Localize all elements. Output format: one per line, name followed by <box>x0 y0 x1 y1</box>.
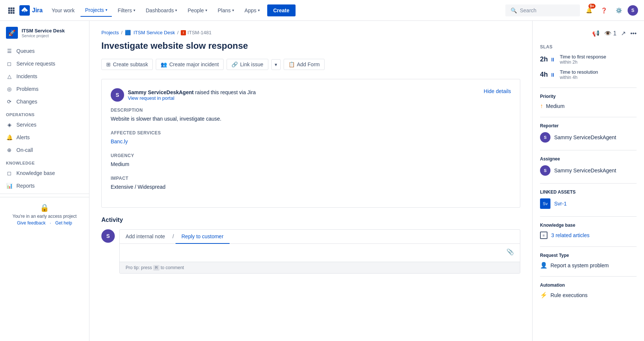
sla-time-first: 2h ⏸ <box>540 55 555 63</box>
dashboards-chevron-icon: ▾ <box>175 8 177 12</box>
nav-plans[interactable]: Plans ▾ <box>213 4 239 16</box>
share-icon[interactable]: ↗ <box>621 30 626 37</box>
linked-assets-section: LINKED ASSETS Sv Svr-1 <box>540 183 637 209</box>
sidebar-project-header: 🚀 ITSM Service Desk Service project <box>0 21 89 42</box>
urgency-label: Urgency <box>111 153 511 158</box>
sidebar-item-queues[interactable]: ☰ Queues <box>0 45 89 57</box>
sidebar-item-label: Knowledge base <box>16 170 55 176</box>
asset-name[interactable]: Svr-1 <box>554 201 566 207</box>
urgency-section: Urgency Medium <box>111 153 511 168</box>
sidebar-item-service-requests[interactable]: ◻ Service requests <box>0 57 89 70</box>
sidebar-item-alerts[interactable]: 🔔 Alerts <box>0 131 89 144</box>
queues-icon: ☰ <box>6 48 13 54</box>
more-options-icon[interactable]: ••• <box>630 30 637 37</box>
jira-logo[interactable]: Jira <box>19 5 42 16</box>
sidebar-item-problems[interactable]: ◎ Problems <box>0 83 89 95</box>
svg-rect-0 <box>8 7 10 9</box>
create-button[interactable]: Create <box>267 4 296 16</box>
assignee-section: Assignee S Sammy ServiceDeskAgent <box>540 150 637 176</box>
sidebar-item-reports[interactable]: 📊 Reports <box>0 179 89 192</box>
project-icon: 🚀 <box>6 27 18 39</box>
sidebar-footer: 🔒 You're in an early access project Give… <box>0 197 89 232</box>
user-avatar[interactable]: S <box>628 5 638 16</box>
search-box[interactable]: 🔍 Search <box>505 4 580 16</box>
assignee-title: Assignee <box>540 156 637 162</box>
activity-user-avatar: S <box>101 229 115 243</box>
hide-details-button[interactable]: Hide details <box>484 88 511 94</box>
add-form-button[interactable]: 📋 Add Form <box>284 59 325 70</box>
nav-projects[interactable]: Projects ▾ <box>80 4 112 17</box>
svg-rect-8 <box>13 12 15 14</box>
activity-tip: Pro tip: press M to comment <box>120 262 520 273</box>
reporter-name: Sammy ServiceDeskAgent <box>554 134 616 140</box>
svg-rect-7 <box>10 12 12 14</box>
apps-chevron-icon: ▾ <box>258 8 260 12</box>
attach-icon[interactable]: 📎 <box>506 248 514 255</box>
sidebar-item-changes[interactable]: ⟳ Changes <box>0 95 89 108</box>
apps-grid-icon[interactable] <box>6 5 16 16</box>
major-incident-icon: 👥 <box>161 61 167 67</box>
filters-chevron-icon: ▾ <box>133 8 135 12</box>
create-subtask-button[interactable]: ⊞ Create subtask <box>101 59 153 70</box>
svg-rect-6 <box>8 12 10 14</box>
search-icon: 🔍 <box>511 7 517 13</box>
sidebar-item-knowledge-base[interactable]: ◻ Knowledge base <box>0 167 89 179</box>
create-subtask-icon: ⊞ <box>106 61 111 67</box>
breadcrumb-projects[interactable]: Projects <box>101 30 119 35</box>
sla-section: SLAs 2h ⏸ Time to first response within … <box>540 44 637 80</box>
kb-articles-link[interactable]: 3 related articles <box>551 232 590 238</box>
footer-links: Give feedback · Get help <box>6 220 83 226</box>
kb-icon: ≡ <box>540 232 547 239</box>
settings-button[interactable]: ⚙️ <box>613 4 625 16</box>
plans-chevron-icon: ▾ <box>232 8 234 12</box>
give-feedback-link[interactable]: Give feedback <box>17 220 45 226</box>
urgency-value: Medium <box>111 160 511 168</box>
tab-reply-customer[interactable]: Reply to customer <box>176 230 230 244</box>
nav-filters[interactable]: Filters ▾ <box>113 4 140 16</box>
svg-rect-3 <box>8 10 10 12</box>
request-type-value: Report a system problem <box>550 262 609 268</box>
link-issue-button[interactable]: 🔗 Link issue <box>227 59 268 70</box>
notifications-button[interactable]: 🔔 9+ <box>583 4 595 16</box>
sidebar-item-incidents[interactable]: △ Incidents <box>0 70 89 83</box>
get-help-link[interactable]: Get help <box>55 220 72 226</box>
nav-people[interactable]: People ▾ <box>183 4 212 16</box>
breadcrumb-service-desk-icon: 🟦 <box>125 30 131 35</box>
knowledge-base-panel-section: Knowledge base ≡ 3 related articles <box>540 216 637 239</box>
help-button[interactable]: ❓ <box>598 4 610 16</box>
activity-text-area[interactable]: 📎 <box>120 244 520 262</box>
tab-internal-note[interactable]: Add internal note <box>120 230 171 244</box>
priority-title: Priority <box>540 94 637 99</box>
affected-service-value[interactable]: Banc.ly <box>111 138 511 146</box>
people-chevron-icon: ▾ <box>205 8 207 12</box>
automation-icon: ⚡ <box>540 291 547 299</box>
sidebar-item-on-call[interactable]: ⊕ On-call <box>0 144 89 156</box>
priority-icon: ↑ <box>540 103 543 109</box>
sla-time-resolution: 4h ⏸ <box>540 71 555 79</box>
sidebar-item-services[interactable]: ◈ Services <box>0 118 89 131</box>
issue-type-icon: ! <box>181 30 186 35</box>
sla-value-resolution: 4h <box>540 71 548 79</box>
sidebar: 🚀 ITSM Service Desk Service project ☰ Qu… <box>0 21 89 341</box>
reports-icon: 📊 <box>6 182 13 189</box>
breadcrumb: Projects / 🟦 ITSM Service Desk / ! ITSM-… <box>101 30 520 35</box>
description-section: Description Website is slower than usual… <box>111 108 511 123</box>
sla-sub-resolution: within 4h <box>560 75 598 80</box>
create-major-incident-button[interactable]: 👥 Create major incident <box>156 59 224 70</box>
link-icon: 🔗 <box>231 61 238 67</box>
main-layout: 🚀 ITSM Service Desk Service project ☰ Qu… <box>0 21 644 341</box>
breadcrumb-service-desk[interactable]: 🟦 ITSM Service Desk <box>125 30 175 35</box>
automation-section: Automation ⚡ Rule executions <box>540 276 637 299</box>
automation-title: Automation <box>540 283 637 288</box>
nav-dashboards[interactable]: Dashboards ▾ <box>141 4 182 16</box>
kb-row: ≡ 3 related articles <box>540 232 637 239</box>
nav-your-work[interactable]: Your work <box>47 4 79 16</box>
affected-services-section: Affected services Banc.ly <box>111 130 511 146</box>
actions-more-button[interactable]: ▾ <box>271 59 281 70</box>
activity-input-box: Add internal note / Reply to customer 📎 … <box>119 229 520 274</box>
watch-icon[interactable]: 👁️ 1 <box>604 30 616 37</box>
view-portal-link[interactable]: View request in portal <box>128 95 256 101</box>
nav-apps[interactable]: Apps ▾ <box>240 4 264 16</box>
announce-icon[interactable]: 📢 <box>592 30 600 37</box>
project-name: ITSM Service Desk <box>22 28 65 34</box>
